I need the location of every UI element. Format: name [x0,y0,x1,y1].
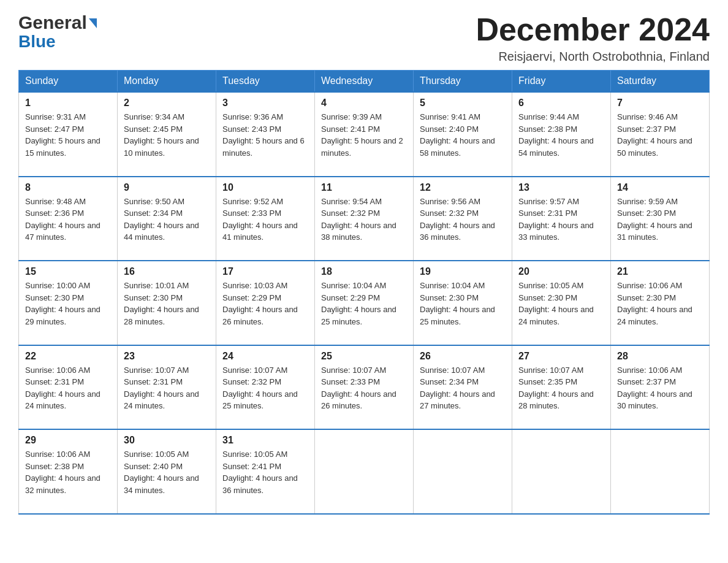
location-text: Reisjaervi, North Ostrobothnia, Finland [476,50,710,64]
day-info: Sunrise: 10:05 AM Sunset: 2:30 PM Daylig… [518,280,604,340]
weekday-header-monday: Monday [118,71,216,93]
day-number: 28 [617,351,703,362]
day-number: 3 [222,98,308,109]
calendar-week-row: 8 Sunrise: 9:48 AM Sunset: 2:36 PM Dayli… [19,177,710,261]
calendar-cell: 15 Sunrise: 10:00 AM Sunset: 2:30 PM Day… [19,261,118,345]
calendar-cell: 7 Sunrise: 9:46 AM Sunset: 2:37 PM Dayli… [611,92,710,177]
day-info: Sunrise: 10:06 AM Sunset: 2:38 PM Daylig… [25,448,111,508]
day-info: Sunrise: 10:06 AM Sunset: 2:31 PM Daylig… [25,364,111,424]
day-number: 24 [222,351,308,362]
calendar-cell: 2 Sunrise: 9:34 AM Sunset: 2:45 PM Dayli… [118,92,216,177]
day-number: 30 [124,435,210,446]
calendar-week-row: 1 Sunrise: 9:31 AM Sunset: 2:47 PM Dayli… [19,92,710,177]
calendar-cell: 11 Sunrise: 9:54 AM Sunset: 2:32 PM Dayl… [315,177,414,261]
calendar-cell: 25 Sunrise: 10:07 AM Sunset: 2:33 PM Day… [315,345,414,430]
day-info: Sunrise: 9:57 AM Sunset: 2:31 PM Dayligh… [518,196,604,256]
calendar-cell: 17 Sunrise: 10:03 AM Sunset: 2:29 PM Day… [216,261,315,345]
day-number: 17 [222,266,308,277]
calendar-cell [315,429,414,514]
day-number: 12 [420,182,506,193]
day-info: Sunrise: 10:00 AM Sunset: 2:30 PM Daylig… [25,280,111,340]
day-info: Sunrise: 9:50 AM Sunset: 2:34 PM Dayligh… [124,196,210,256]
day-number: 13 [518,182,604,193]
logo-blue-text: Blue [18,32,56,52]
day-info: Sunrise: 9:31 AM Sunset: 2:47 PM Dayligh… [25,111,111,171]
day-number: 26 [420,351,506,362]
logo-general-text: General [18,12,87,33]
weekday-header-friday: Friday [512,71,611,93]
calendar-cell: 13 Sunrise: 9:57 AM Sunset: 2:31 PM Dayl… [512,177,611,261]
calendar-cell: 8 Sunrise: 9:48 AM Sunset: 2:36 PM Dayli… [19,177,118,261]
calendar-cell: 4 Sunrise: 9:39 AM Sunset: 2:41 PM Dayli… [315,92,414,177]
day-info: Sunrise: 9:56 AM Sunset: 2:32 PM Dayligh… [420,196,506,256]
day-info: Sunrise: 10:07 AM Sunset: 2:32 PM Daylig… [222,364,308,424]
calendar-table: SundayMondayTuesdayWednesdayThursdayFrid… [18,70,710,515]
day-info: Sunrise: 10:07 AM Sunset: 2:33 PM Daylig… [321,364,407,424]
calendar-cell: 27 Sunrise: 10:07 AM Sunset: 2:35 PM Day… [512,345,611,430]
weekday-header-thursday: Thursday [414,71,512,93]
day-number: 20 [518,266,604,277]
day-number: 19 [420,266,506,277]
day-number: 8 [25,182,111,193]
day-number: 15 [25,266,111,277]
day-number: 5 [420,98,506,109]
calendar-week-row: 22 Sunrise: 10:06 AM Sunset: 2:31 PM Day… [19,345,710,430]
calendar-cell: 12 Sunrise: 9:56 AM Sunset: 2:32 PM Dayl… [414,177,512,261]
day-info: Sunrise: 10:03 AM Sunset: 2:29 PM Daylig… [222,280,308,340]
calendar-cell: 18 Sunrise: 10:04 AM Sunset: 2:29 PM Day… [315,261,414,345]
day-info: Sunrise: 9:44 AM Sunset: 2:38 PM Dayligh… [518,111,604,171]
calendar-cell [414,429,512,514]
month-title: December 2024 [476,12,710,47]
day-number: 10 [222,182,308,193]
calendar-cell: 14 Sunrise: 9:59 AM Sunset: 2:30 PM Dayl… [611,177,710,261]
logo: General Blue [18,12,97,52]
calendar-cell: 26 Sunrise: 10:07 AM Sunset: 2:34 PM Day… [414,345,512,430]
day-info: Sunrise: 9:39 AM Sunset: 2:41 PM Dayligh… [321,111,407,171]
calendar-cell [611,429,710,514]
day-info: Sunrise: 10:06 AM Sunset: 2:37 PM Daylig… [617,364,703,424]
day-number: 7 [617,98,703,109]
calendar-cell: 20 Sunrise: 10:05 AM Sunset: 2:30 PM Day… [512,261,611,345]
calendar-cell: 22 Sunrise: 10:06 AM Sunset: 2:31 PM Day… [19,345,118,430]
calendar-cell: 5 Sunrise: 9:41 AM Sunset: 2:40 PM Dayli… [414,92,512,177]
day-info: Sunrise: 9:46 AM Sunset: 2:37 PM Dayligh… [617,111,703,171]
weekday-header-row: SundayMondayTuesdayWednesdayThursdayFrid… [19,71,710,93]
day-number: 16 [124,266,210,277]
day-info: Sunrise: 9:41 AM Sunset: 2:40 PM Dayligh… [420,111,506,171]
day-info: Sunrise: 9:36 AM Sunset: 2:43 PM Dayligh… [222,111,308,171]
day-number: 9 [124,182,210,193]
calendar-cell: 31 Sunrise: 10:05 AM Sunset: 2:41 PM Day… [216,429,315,514]
calendar-cell: 6 Sunrise: 9:44 AM Sunset: 2:38 PM Dayli… [512,92,611,177]
day-number: 25 [321,351,407,362]
weekday-header-wednesday: Wednesday [315,71,414,93]
calendar-cell: 9 Sunrise: 9:50 AM Sunset: 2:34 PM Dayli… [118,177,216,261]
day-number: 18 [321,266,407,277]
day-info: Sunrise: 9:34 AM Sunset: 2:45 PM Dayligh… [124,111,210,171]
day-number: 2 [124,98,210,109]
day-info: Sunrise: 10:05 AM Sunset: 2:40 PM Daylig… [124,448,210,508]
day-info: Sunrise: 9:54 AM Sunset: 2:32 PM Dayligh… [321,196,407,256]
title-area: December 2024 Reisjaervi, North Ostrobot… [476,12,710,64]
calendar-header: SundayMondayTuesdayWednesdayThursdayFrid… [19,71,710,93]
day-number: 11 [321,182,407,193]
day-number: 27 [518,351,604,362]
calendar-cell: 21 Sunrise: 10:06 AM Sunset: 2:30 PM Day… [611,261,710,345]
day-number: 31 [222,435,308,446]
logo-arrow-icon [89,18,97,28]
day-info: Sunrise: 10:07 AM Sunset: 2:34 PM Daylig… [420,364,506,424]
day-number: 14 [617,182,703,193]
day-number: 1 [25,98,111,109]
day-info: Sunrise: 10:07 AM Sunset: 2:31 PM Daylig… [124,364,210,424]
calendar-cell: 10 Sunrise: 9:52 AM Sunset: 2:33 PM Dayl… [216,177,315,261]
calendar-cell: 24 Sunrise: 10:07 AM Sunset: 2:32 PM Day… [216,345,315,430]
calendar-cell: 3 Sunrise: 9:36 AM Sunset: 2:43 PM Dayli… [216,92,315,177]
day-number: 6 [518,98,604,109]
day-info: Sunrise: 9:59 AM Sunset: 2:30 PM Dayligh… [617,196,703,256]
day-info: Sunrise: 10:04 AM Sunset: 2:29 PM Daylig… [321,280,407,340]
weekday-header-tuesday: Tuesday [216,71,315,93]
page-header: General Blue December 2024 Reisjaervi, N… [18,12,710,64]
day-info: Sunrise: 10:04 AM Sunset: 2:30 PM Daylig… [420,280,506,340]
calendar-cell: 1 Sunrise: 9:31 AM Sunset: 2:47 PM Dayli… [19,92,118,177]
day-info: Sunrise: 10:06 AM Sunset: 2:30 PM Daylig… [617,280,703,340]
calendar-week-row: 15 Sunrise: 10:00 AM Sunset: 2:30 PM Day… [19,261,710,345]
